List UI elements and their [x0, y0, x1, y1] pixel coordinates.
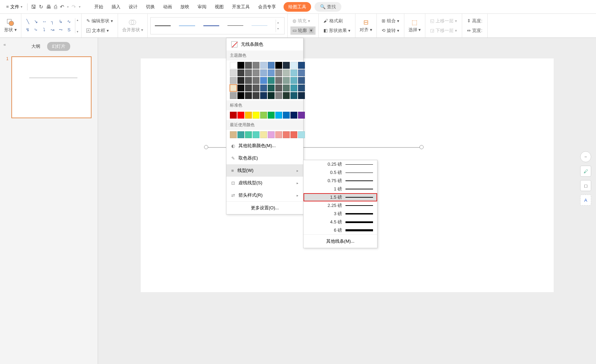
- theme-color-swatch[interactable]: [260, 69, 267, 76]
- theme-color-swatch[interactable]: [283, 77, 290, 84]
- theme-color-swatch[interactable]: [230, 77, 237, 84]
- theme-color-swatch[interactable]: [237, 62, 244, 69]
- search-box[interactable]: 🔍 查找: [315, 2, 341, 12]
- format-painter-button[interactable]: 🖌格式刷: [321, 17, 352, 25]
- save-icon[interactable]: 🖫: [30, 2, 38, 11]
- theme-color-swatch[interactable]: [275, 77, 282, 84]
- theme-color-swatch[interactable]: [260, 92, 267, 99]
- curve-shape[interactable]: ∿: [65, 18, 73, 25]
- tab-animation[interactable]: 动画: [159, 2, 176, 12]
- shape-effect-button[interactable]: ◧形状效果 ▾: [321, 26, 352, 35]
- recent-color-swatch[interactable]: [260, 131, 267, 138]
- theme-color-swatch[interactable]: [268, 92, 275, 99]
- more-colors-row[interactable]: ◐ 其他轮廓颜色(M)...: [226, 140, 303, 152]
- theme-color-swatch[interactable]: [268, 85, 275, 91]
- theme-color-swatch[interactable]: [268, 69, 275, 76]
- undo-icon[interactable]: ↶: [58, 2, 66, 11]
- style-gallery[interactable]: ▴▾: [150, 17, 285, 34]
- theme-color-swatch[interactable]: [275, 92, 282, 99]
- theme-color-swatch[interactable]: [268, 62, 275, 69]
- preview-icon[interactable]: ⎙: [53, 2, 58, 11]
- no-line-row[interactable]: 无线条颜色: [226, 38, 303, 51]
- recent-color-swatch[interactable]: [290, 131, 297, 138]
- theme-color-swatch[interactable]: [253, 69, 259, 76]
- gallery-down-icon[interactable]: ▾: [77, 30, 78, 33]
- pen-tool-button[interactable]: 🖊: [580, 166, 591, 177]
- outline-button[interactable]: ▭轮廓 ▾: [290, 26, 316, 35]
- gallery-scroll[interactable]: ▴▾: [276, 20, 280, 32]
- theme-color-swatch[interactable]: [230, 69, 237, 76]
- line-style-row[interactable]: ≡ 线型(W) ▸: [226, 164, 303, 177]
- recent-color-swatch[interactable]: [237, 131, 244, 138]
- weight-option[interactable]: 0.25 磅: [304, 160, 377, 168]
- edit-shape-button[interactable]: ✎编辑形状 ▾: [84, 17, 115, 25]
- gallery-up-icon[interactable]: ▴: [77, 18, 78, 22]
- style-item-2[interactable]: [179, 25, 195, 26]
- select-button[interactable]: ⬚ 选择 ▾: [407, 17, 423, 34]
- theme-color-swatch[interactable]: [237, 69, 244, 76]
- weight-option[interactable]: 1.5 磅: [304, 193, 377, 201]
- theme-color-swatch[interactable]: [230, 92, 237, 99]
- arrow-shape[interactable]: ↘: [32, 18, 40, 25]
- theme-color-swatch[interactable]: [298, 62, 305, 69]
- weight-option[interactable]: 3 磅: [304, 210, 377, 218]
- theme-color-swatch[interactable]: [245, 85, 252, 91]
- send-backward-button[interactable]: ◲下移一层 ▾: [428, 26, 459, 35]
- tab-start[interactable]: 开始: [90, 2, 107, 12]
- elbow-arrow-shape[interactable]: ↳: [57, 18, 65, 25]
- theme-color-swatch[interactable]: [245, 77, 252, 84]
- arrow-style-row[interactable]: ⇄ 箭头样式(R) ▸: [226, 189, 303, 201]
- theme-color-swatch[interactable]: [298, 85, 305, 91]
- theme-color-swatch[interactable]: [298, 69, 305, 76]
- theme-color-swatch[interactable]: [237, 85, 244, 91]
- standard-color-swatch[interactable]: [230, 112, 237, 119]
- standard-color-swatch[interactable]: [253, 112, 259, 119]
- theme-color-swatch[interactable]: [283, 92, 290, 99]
- outline-tab[interactable]: 大纲: [28, 42, 44, 51]
- print-icon[interactable]: 🖶: [45, 2, 53, 11]
- theme-color-swatch[interactable]: [230, 85, 237, 91]
- theme-color-swatch[interactable]: [290, 85, 297, 91]
- width-field[interactable]: ⇔宽度:: [465, 26, 485, 35]
- dash-style-row[interactable]: ⊡ 虚线线型(S) ▸: [226, 177, 303, 189]
- recent-color-swatch[interactable]: [275, 131, 282, 138]
- theme-color-swatch[interactable]: [253, 77, 259, 84]
- theme-color-swatch[interactable]: [268, 77, 275, 84]
- theme-color-swatch[interactable]: [260, 62, 267, 69]
- style-item-4[interactable]: [227, 25, 243, 26]
- theme-color-swatch[interactable]: [275, 62, 282, 69]
- theme-color-swatch[interactable]: [298, 92, 305, 99]
- weight-option[interactable]: 4.5 磅: [304, 218, 377, 226]
- bring-forward-button[interactable]: ◱上移一层 ▾: [428, 17, 459, 25]
- recent-color-swatch[interactable]: [253, 131, 259, 138]
- tab-design[interactable]: 设计: [125, 2, 142, 12]
- theme-color-swatch[interactable]: [260, 85, 267, 91]
- recent-color-swatch[interactable]: [230, 131, 237, 138]
- weight-option[interactable]: 0.75 磅: [304, 177, 377, 185]
- rotate-button[interactable]: ⟲旋转 ▾: [380, 26, 401, 35]
- weight-option[interactable]: 2.25 磅: [304, 201, 377, 210]
- align-button[interactable]: ⊟ 对齐 ▾: [358, 17, 374, 34]
- connector1-shape[interactable]: ↯: [24, 26, 32, 34]
- theme-color-swatch[interactable]: [230, 62, 237, 69]
- slide-thumbnail[interactable]: [11, 56, 92, 118]
- standard-color-swatch[interactable]: [245, 112, 252, 119]
- tab-review[interactable]: 审阅: [193, 2, 211, 12]
- text-box-button[interactable]: A文本框 ▾: [84, 26, 115, 35]
- redo-icon[interactable]: ↷: [70, 2, 77, 11]
- qa-customize-icon[interactable]: ▾: [77, 3, 82, 10]
- shape-menu[interactable]: 形状 ▾: [3, 17, 18, 34]
- more-settings-row[interactable]: 更多设置(O)...: [226, 201, 303, 214]
- weight-option[interactable]: 6 磅: [304, 226, 377, 234]
- theme-color-swatch[interactable]: [283, 62, 290, 69]
- theme-color-swatch[interactable]: [283, 69, 290, 76]
- collapse-tool-button[interactable]: −: [580, 151, 591, 162]
- eyedropper-row[interactable]: ✎ 取色器(E): [226, 152, 303, 164]
- theme-color-swatch[interactable]: [290, 77, 297, 84]
- tab-drawing-tools[interactable]: 绘图工具: [284, 2, 311, 12]
- collapse-sidebar-icon[interactable]: «: [3, 42, 6, 47]
- connector5-shape[interactable]: ⤳: [57, 26, 65, 34]
- select-tool-button[interactable]: A: [580, 195, 591, 206]
- more-weights-row[interactable]: 其他线条(M)...: [304, 234, 377, 248]
- standard-color-swatch[interactable]: [290, 112, 297, 119]
